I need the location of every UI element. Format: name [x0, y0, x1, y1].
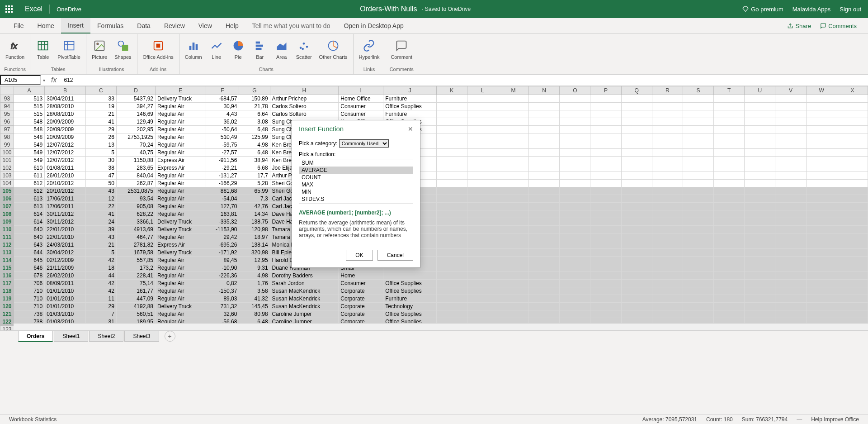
cell[interactable]: [498, 233, 528, 241]
cell[interactable]: [467, 95, 498, 103]
cell[interactable]: [652, 280, 683, 287]
cell[interactable]: 19: [85, 103, 116, 110]
cell[interactable]: 11: [85, 295, 116, 303]
cell[interactable]: [590, 126, 621, 133]
cell[interactable]: 6,64: [239, 110, 270, 118]
cell[interactable]: 65,99: [239, 187, 270, 195]
cell[interactable]: [775, 141, 806, 149]
cell[interactable]: [621, 218, 652, 226]
cell[interactable]: [560, 133, 590, 141]
cell[interactable]: Regular Air: [156, 180, 206, 187]
cell[interactable]: 17/06/2011: [45, 195, 86, 203]
cell[interactable]: [498, 95, 528, 103]
cell[interactable]: [621, 187, 652, 195]
cell[interactable]: Delivery Truck: [156, 95, 206, 103]
ribbon-pie[interactable]: Pie: [229, 38, 247, 61]
cell[interactable]: [467, 241, 498, 249]
cell[interactable]: [436, 249, 467, 257]
cell[interactable]: [652, 241, 683, 249]
cell[interactable]: 150,89: [239, 95, 270, 103]
cell[interactable]: [714, 180, 745, 187]
cell[interactable]: [652, 272, 683, 280]
cell[interactable]: [775, 233, 806, 241]
cell[interactable]: Home: [339, 272, 383, 280]
cell[interactable]: Regular Air: [156, 287, 206, 295]
cell[interactable]: [560, 264, 590, 272]
cell[interactable]: [467, 257, 498, 264]
cell[interactable]: [560, 249, 590, 257]
cell[interactable]: Susan MacKendrick: [270, 287, 339, 295]
horizontal-scrollbar[interactable]: [14, 323, 868, 330]
table-row[interactable]: 11971001/01/201011447,09Regular Air89,03…: [0, 295, 868, 303]
cell[interactable]: [745, 295, 775, 303]
cell[interactable]: 614: [14, 210, 45, 218]
cell[interactable]: Susan MacKendrick: [270, 295, 339, 303]
cell[interactable]: 24: [85, 218, 116, 226]
ribbon-pivottable[interactable]: PivotTable: [56, 38, 82, 61]
cell[interactable]: 4192,88: [116, 303, 155, 310]
col-header-Q[interactable]: Q: [621, 86, 652, 95]
cell[interactable]: [775, 118, 806, 126]
cell[interactable]: [560, 141, 590, 149]
cell[interactable]: 21: [85, 241, 116, 249]
table-row[interactable]: 11667826/02/201044228,41Regular Air-226,…: [0, 272, 868, 280]
cell[interactable]: [652, 287, 683, 295]
row-header[interactable]: 98: [0, 133, 14, 141]
cell[interactable]: 22: [85, 203, 116, 210]
cell[interactable]: [683, 295, 713, 303]
row-header[interactable]: 116: [0, 272, 14, 280]
cell[interactable]: [621, 264, 652, 272]
menu-tab-help[interactable]: Help: [219, 19, 245, 33]
cell[interactable]: 613: [14, 203, 45, 210]
col-header-S[interactable]: S: [683, 86, 713, 95]
cell[interactable]: 1679,58: [116, 249, 155, 257]
cell[interactable]: 42: [85, 280, 116, 287]
cell[interactable]: [621, 110, 652, 118]
table-row[interactable]: 9954912/07/20121370,24Regular Air-59,754…: [0, 141, 868, 149]
cell[interactable]: [467, 218, 498, 226]
table-row[interactable]: 11264324/03/2011212781,82Express Air-695…: [0, 241, 868, 249]
ribbon-picture[interactable]: Picture: [90, 38, 109, 61]
row-header[interactable]: 94: [0, 103, 14, 110]
cell[interactable]: [806, 264, 837, 272]
menu-tab-formulas[interactable]: Formulas: [90, 19, 130, 33]
formula-input[interactable]: [60, 76, 868, 84]
cell[interactable]: 89,45: [206, 257, 239, 264]
cell[interactable]: [498, 226, 528, 233]
cell[interactable]: Office Supplies: [383, 310, 436, 318]
cell[interactable]: [714, 226, 745, 233]
menu-tab-view[interactable]: View: [192, 19, 219, 33]
cell[interactable]: [652, 103, 683, 110]
sheet-tab-orders[interactable]: Orders: [18, 331, 53, 342]
cell[interactable]: [775, 264, 806, 272]
cell[interactable]: [621, 203, 652, 210]
cell[interactable]: [590, 280, 621, 287]
cell[interactable]: [467, 157, 498, 164]
cell[interactable]: [775, 210, 806, 218]
cell[interactable]: [775, 218, 806, 226]
cell[interactable]: [529, 95, 560, 103]
cell[interactable]: [683, 149, 713, 157]
table-row[interactable]: 10054912/07/2012540,75Regular Air-27,576…: [0, 149, 868, 157]
col-header-D[interactable]: D: [116, 86, 155, 95]
cell[interactable]: [560, 310, 590, 318]
table-row[interactable]: 10861430/11/201241628,22Regular Air163,8…: [0, 210, 868, 218]
cell[interactable]: [775, 195, 806, 203]
ribbon-function[interactable]: fxFunction: [4, 38, 26, 61]
cell[interactable]: 5: [85, 149, 116, 157]
cell[interactable]: [652, 249, 683, 257]
col-header-K[interactable]: K: [436, 86, 467, 95]
cell[interactable]: [837, 180, 868, 187]
cell[interactable]: [590, 149, 621, 157]
cell[interactable]: [683, 157, 713, 164]
cell[interactable]: [498, 272, 528, 280]
cell[interactable]: Regular Air: [156, 203, 206, 210]
cell[interactable]: [621, 180, 652, 187]
cell[interactable]: [806, 272, 837, 280]
table-row[interactable]: 11464502/12/200942557,85Regular Air89,45…: [0, 257, 868, 264]
function-option-sum[interactable]: SUM: [299, 159, 413, 167]
cell[interactable]: Arthur Prichep: [270, 95, 339, 103]
cell[interactable]: [837, 287, 868, 295]
cell[interactable]: [837, 141, 868, 149]
sheet-tab-sheet1[interactable]: Sheet1: [54, 331, 88, 342]
